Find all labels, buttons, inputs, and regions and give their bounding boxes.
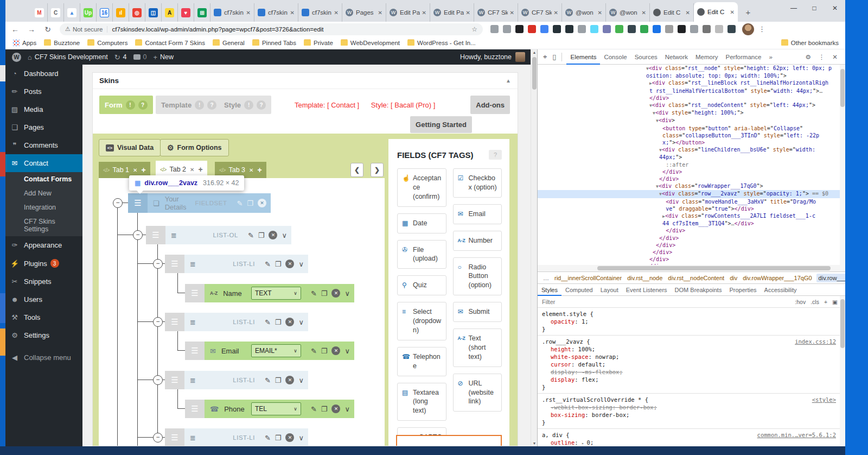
breadcrumb-4[interactable]: div — [730, 275, 737, 281]
admin-bar-site-name[interactable]: ⌂ CF7 Skins Development — [28, 53, 108, 61]
pinned-tab-c-logo[interactable]: C — [48, 3, 64, 22]
collapse-toggle[interactable]: − — [153, 259, 163, 269]
field-button-email[interactable]: ✉Email — [453, 204, 502, 224]
browser-tab-4[interactable]: WEdit Pa✕ — [386, 3, 430, 22]
dom-node-line-24[interactable]: </div> — [538, 242, 840, 249]
bookmark-6[interactable]: Private — [304, 40, 333, 46]
fields-help-button[interactable]: ? — [489, 150, 502, 160]
edit-icon[interactable]: ✎ — [265, 376, 271, 384]
devtools-tab-elements[interactable]: Elements — [566, 49, 600, 65]
pinned-tab-sync-triangle[interactable]: ▲ — [64, 3, 80, 22]
breadcrumb-0[interactable]: … — [543, 275, 549, 281]
devtools-tab-sources[interactable]: Sources — [631, 49, 661, 65]
collapse-caret-icon[interactable]: ▲ — [506, 78, 511, 84]
styles-tab-styles[interactable]: Styles — [538, 283, 561, 296]
adblock-icon[interactable] — [528, 25, 536, 33]
chevron-down-icon[interactable]: ∨ — [282, 231, 287, 239]
dom-node-line-22[interactable]: </div> — [538, 227, 840, 234]
extensions-puzzle-icon[interactable] — [727, 25, 736, 33]
drag-handle-icon[interactable]: ☰ — [185, 400, 205, 418]
field-button-select-dropdown-[interactable]: ≡Select (dropdown) — [397, 302, 446, 340]
dom-node-line-23[interactable]: </div> — [538, 235, 840, 242]
css-property[interactable]: -webkit-box-sizing: border-box; — [542, 403, 836, 411]
forward-button[interactable]: → — [25, 25, 38, 34]
duplicate-icon[interactable]: ❐ — [275, 434, 282, 442]
edit-icon[interactable]: ✎ — [248, 231, 254, 239]
visual-data-button[interactable]: <> Visual Data — [99, 139, 161, 156]
chevron-down-icon[interactable]: ∨ — [344, 289, 350, 298]
css-rule-3[interactable]: a, div {common.min.…ver=5.6.1:2outline: … — [538, 429, 840, 446]
styles-tab-properties[interactable]: Properties — [725, 283, 760, 296]
sidebar-item-plugins[interactable]: ⚡Plugins3 — [5, 254, 82, 273]
tree-node-phone-field[interactable]: ☰ ☎ Phone TEL ∨ ✎ ❐ ✕ — [185, 400, 354, 418]
close-tab-icon[interactable]: ✕ — [730, 9, 735, 15]
add-tab-icon[interactable]: + — [257, 166, 261, 174]
styles-scrollbar[interactable] — [840, 296, 845, 446]
browser-tab-0[interactable]: cf7skin✕ — [210, 3, 254, 22]
css-property[interactable]: opacity: 1; — [542, 318, 836, 325]
pinned-tab-calendar-16[interactable]: 16 — [97, 3, 113, 22]
pinned-tab-autods[interactable]: A — [162, 3, 178, 22]
dom-node-line-21[interactable]: 44 cf7sItem___3T1Q4">…</div> — [538, 220, 840, 227]
field-type-select[interactable]: EMAIL* ∨ — [251, 344, 301, 357]
dom-node-line-8[interactable]: <button type="button" aria-label="Collap… — [538, 125, 840, 132]
dom-node-line-4[interactable]: </div> — [538, 94, 840, 102]
css-property[interactable]: cursor: default; — [542, 361, 836, 368]
chevron-down-icon[interactable]: ∨ — [298, 260, 304, 268]
close-tab-icon[interactable]: ✕ — [422, 10, 426, 16]
edit-icon[interactable]: ✎ — [311, 347, 317, 355]
browser-tab-9[interactable]: W@won✕ — [606, 3, 650, 22]
devtools-tab-network[interactable]: Network — [661, 49, 692, 65]
add-tab-icon[interactable]: + — [141, 166, 145, 174]
pinned-tab-sheets[interactable]: ⊞ — [194, 3, 210, 22]
css-property[interactable]: box-sizing: border-box; — [542, 411, 836, 419]
field-button-checkbox-option-[interactable]: ☑Checkbox (option) — [453, 168, 502, 198]
bookmark-0[interactable]: Apps — [13, 40, 36, 46]
devtools-tab-memory[interactable]: Memory — [692, 49, 722, 65]
dom-node-line-10[interactable]: x;"></button> — [538, 139, 840, 146]
dom-node-line-26[interactable]: </div> — [538, 256, 840, 263]
skins-metabox-header[interactable]: Skins ▲ — [93, 73, 518, 89]
php-console-icon[interactable] — [603, 25, 611, 33]
sidebar-item-comments[interactable]: ❞Comments — [5, 136, 82, 154]
sidebar-item-dashboard[interactable]: ◔Dashboard — [5, 65, 82, 83]
page-ruler-icon[interactable] — [640, 25, 648, 33]
close-tab-icon[interactable]: ✕ — [554, 10, 558, 16]
sidebar-item-settings[interactable]: ⚙Settings — [5, 326, 82, 344]
pinned-tab-target[interactable]: ◎ — [129, 3, 145, 22]
close-tab-icon[interactable]: ✕ — [598, 10, 602, 16]
tabs-prev-button[interactable]: ❮ — [350, 163, 363, 177]
css-property[interactable]: height: 100%; — [542, 345, 836, 353]
wp-logo-icon[interactable]: W — [12, 53, 21, 62]
duplicate-icon[interactable]: ❐ — [247, 199, 253, 207]
sidebar-item-pages[interactable]: ❑Pages — [5, 118, 82, 136]
chevron-down-icon[interactable]: ∨ — [344, 347, 350, 355]
sidebar-item-tools[interactable]: ⚒Tools — [5, 308, 82, 326]
browser-tab-5[interactable]: WEdit Pa✕ — [430, 3, 474, 22]
dom-node-line-2[interactable]: ▶<div class="rst__lineBlock rst__lineHal… — [538, 79, 840, 87]
sidebar-item-appearance[interactable]: ✑Appearance — [5, 236, 82, 254]
delete-icon[interactable]: ✕ — [285, 376, 294, 384]
scrollbar-thumb[interactable] — [597, 266, 831, 270]
style-alert-badge[interactable]: ! — [244, 100, 253, 110]
sticky-notes-icon[interactable] — [665, 25, 673, 33]
profile-avatar[interactable] — [742, 23, 754, 35]
browser-tab-6[interactable]: WCF7 Sk✕ — [474, 3, 518, 22]
sidebar-item-snippets[interactable]: ✂Snippets — [5, 273, 82, 290]
delete-icon[interactable]: ✕ — [285, 433, 294, 442]
minimize-button[interactable]: — — [783, 0, 804, 16]
pinned-tab-upwork[interactable]: Up — [80, 3, 97, 22]
styles-tab-dom-breakpoints[interactable]: DOM Breakpoints — [671, 283, 726, 296]
bookmark-7[interactable]: WebDevelopment — [341, 40, 400, 46]
styles-filter-input[interactable] — [538, 299, 790, 305]
dom-node-line-20[interactable]: ▶<div class="rowContents___2A7LI fieldse… — [538, 212, 840, 220]
close-tab-icon[interactable]: ✕ — [133, 167, 137, 173]
devtools-settings-icon[interactable]: ⚙ — [806, 53, 811, 61]
dom-node-line-14[interactable]: </div> — [538, 168, 840, 175]
close-tab-icon[interactable]: ✕ — [334, 10, 339, 16]
tree-node-list-ol[interactable]: ☰ ≣ LIST-OL ✎ ❐ ✕ ∨ — [146, 226, 291, 244]
field-button-telephone[interactable]: ☎Telephone — [397, 347, 446, 376]
drag-handle-icon[interactable]: ☰ — [128, 193, 148, 213]
close-tab-icon[interactable]: ✕ — [246, 10, 251, 16]
atom-ring-icon[interactable] — [578, 25, 586, 33]
